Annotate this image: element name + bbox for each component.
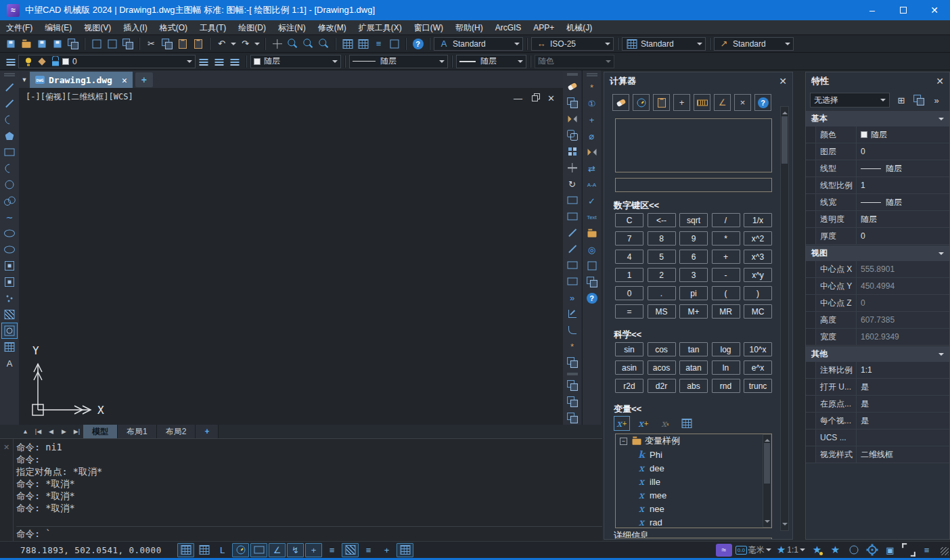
property-value[interactable]: 随层 xyxy=(856,126,949,143)
property-value[interactable]: 555.8901 xyxy=(856,261,949,277)
menu-item-9[interactable]: 扩展工具(X) xyxy=(353,20,408,35)
doc-restore-icon[interactable] xyxy=(532,95,538,101)
variables-tree-root[interactable]: −变量样例 xyxy=(616,434,771,448)
status-ortho-toggle[interactable]: L xyxy=(214,543,231,557)
point-tool-button[interactable] xyxy=(1,290,18,306)
property-value[interactable]: 随层 xyxy=(856,160,949,177)
calculator-scrollbar[interactable] xyxy=(780,106,789,531)
extend-tool-button[interactable] xyxy=(564,241,581,257)
calculator-button[interactable] xyxy=(340,36,355,51)
spline-tool-button[interactable]: ∼ xyxy=(1,209,18,225)
pick-add-button[interactable]: » xyxy=(929,93,944,108)
mech-axis-tool-button[interactable]: + xyxy=(584,112,600,128)
mtext-tool-button[interactable]: A xyxy=(1,355,18,371)
tabs-expand-button[interactable]: ▲ xyxy=(19,425,32,438)
variable-item[interactable]: xnee xyxy=(616,502,771,515)
dim-style-combo[interactable]: ↔ISO-25 xyxy=(531,37,614,51)
numpad-key-r2c0[interactable]: 4 xyxy=(615,250,643,264)
join-tool-button[interactable]: » xyxy=(564,289,581,306)
arc-continue-tool-button[interactable] xyxy=(1,160,18,177)
science-key-r2c0[interactable]: r2d xyxy=(615,379,643,393)
status-annotation-monitor-toggle[interactable]: ≡ xyxy=(360,543,377,557)
new-document-button[interactable]: + xyxy=(135,72,153,87)
menu-item-7[interactable]: 标注(N) xyxy=(272,20,312,35)
science-key-r0c3[interactable]: log xyxy=(712,342,740,356)
calculator-history-box[interactable] xyxy=(615,118,772,172)
numpad-key-r0c0[interactable]: C xyxy=(615,213,643,227)
status-settings-button[interactable] xyxy=(863,543,880,557)
save-all-button[interactable] xyxy=(65,36,81,51)
toggle-value-button[interactable] xyxy=(911,93,926,108)
move-tool-button[interactable] xyxy=(564,160,581,176)
calculator-variable-button[interactable] xyxy=(679,416,695,431)
construction-line-tool-button[interactable] xyxy=(1,95,18,112)
window-maximize-button[interactable] xyxy=(888,0,919,20)
menu-item-4[interactable]: 格式(O) xyxy=(154,20,194,35)
tab-list-dropdown[interactable]: ▼ xyxy=(19,72,30,88)
delete-variable-button[interactable]: xₓ xyxy=(657,416,673,431)
arc-tool-button[interactable] xyxy=(1,112,18,128)
numpad-key-r5c1[interactable]: MS xyxy=(648,304,676,319)
property-value[interactable]: 二维线框 xyxy=(856,446,949,463)
section-header-1[interactable]: 视图 xyxy=(806,245,949,261)
numpad-key-r5c2[interactable]: M+ xyxy=(679,304,708,319)
status-osnap-toggle[interactable] xyxy=(250,543,267,557)
status-add-annotation-toggle[interactable]: + xyxy=(378,543,395,557)
command-close-icon[interactable]: ✕ xyxy=(3,443,9,451)
detail-view-tool-button[interactable]: ① xyxy=(584,95,600,112)
variable-item[interactable]: xmee xyxy=(616,488,771,502)
menu-item-6[interactable]: 绘图(D) xyxy=(232,20,272,35)
numpad-key-r1c3[interactable]: * xyxy=(712,231,740,246)
property-value[interactable]: 随层 xyxy=(856,194,949,210)
edit-variable-button[interactable]: x+ xyxy=(635,416,652,431)
numpad-key-r2c2[interactable]: 6 xyxy=(679,250,708,264)
science-key-r2c1[interactable]: d2r xyxy=(648,379,676,393)
property-value[interactable]: 0 xyxy=(856,295,949,311)
rectangle-tool-button[interactable] xyxy=(1,144,18,160)
plot-button[interactable] xyxy=(104,36,120,51)
sheet-set-button[interactable] xyxy=(355,36,371,51)
menu-item-10[interactable]: 窗口(W) xyxy=(408,20,449,35)
circle-tool-button[interactable] xyxy=(1,177,18,193)
property-value[interactable]: 随层 xyxy=(856,211,949,227)
text-style-combo[interactable]: AStandard xyxy=(434,37,523,51)
numpad-key-r4c3[interactable]: ( xyxy=(712,286,740,300)
section-view-tool-button[interactable]: A-A xyxy=(584,177,600,193)
numpad-key-r5c0[interactable]: = xyxy=(615,304,643,319)
status-osnap-angle-toggle[interactable]: ∠ xyxy=(269,543,286,557)
science-key-r1c3[interactable]: ln xyxy=(712,360,740,375)
calc-clear-button[interactable] xyxy=(612,94,629,111)
bolt-tool-button[interactable] xyxy=(584,258,600,274)
prev-tab-button[interactable]: ◀ xyxy=(45,425,58,438)
numpad-key-r2c4[interactable]: x^3 xyxy=(744,250,772,264)
ellipse-tool-button[interactable] xyxy=(1,225,18,241)
revision-cloud-tool-button[interactable] xyxy=(1,193,18,209)
status-main-menu-button[interactable]: ≡ xyxy=(918,543,935,557)
undo-dropdown-icon[interactable] xyxy=(231,43,236,48)
doc-close-icon[interactable]: ✕ xyxy=(547,93,555,103)
toolbar-grip[interactable] xyxy=(4,73,15,76)
menu-item-2[interactable]: 视图(V) xyxy=(78,20,117,35)
copy-button[interactable] xyxy=(159,36,175,51)
menu-item-0[interactable]: 文件(F) xyxy=(0,20,39,35)
calculator-close-icon[interactable]: ✕ xyxy=(779,76,787,87)
status-auto-annotation-toggle[interactable] xyxy=(397,543,413,557)
section-header-0[interactable]: 基本 xyxy=(806,110,949,126)
property-value[interactable]: 450.4994 xyxy=(856,278,949,294)
property-value[interactable]: 0 xyxy=(856,228,949,244)
science-key-r0c4[interactable]: 10^x xyxy=(744,342,772,356)
offset-tool-button[interactable] xyxy=(564,127,581,143)
close-document-icon[interactable]: ✕ xyxy=(122,75,127,85)
stretch-tool-button[interactable] xyxy=(564,208,581,225)
numpad-key-r5c4[interactable]: MC xyxy=(744,304,772,319)
plot-preview-button[interactable] xyxy=(89,36,104,51)
redo-dropdown-icon[interactable] xyxy=(254,43,260,48)
menu-item-8[interactable]: 修改(M) xyxy=(312,20,353,35)
calculator-input-field[interactable] xyxy=(615,178,772,192)
layer-make-current-button[interactable] xyxy=(196,53,211,69)
layout-tab-0[interactable]: 模型 xyxy=(83,425,118,438)
annotation-scale-button[interactable]: ★1:1 xyxy=(775,543,807,557)
layout-tab-1[interactable]: 布局1 xyxy=(118,425,157,438)
menu-item-14[interactable]: 机械(J) xyxy=(560,20,598,35)
redo-button[interactable]: ↷ xyxy=(238,36,253,51)
